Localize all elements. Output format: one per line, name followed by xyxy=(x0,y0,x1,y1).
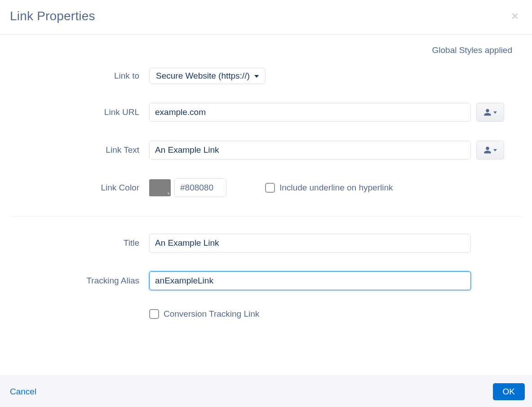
include-underline-label: Include underline on hyperlink xyxy=(279,183,393,193)
row-conversion-tracking: Conversion Tracking Link xyxy=(10,309,522,319)
row-link-color: Link Color Include underline on hyperlin… xyxy=(10,178,522,197)
link-to-value: Secure Website (https://) xyxy=(156,71,250,81)
dialog-footer: Cancel OK xyxy=(0,376,532,407)
row-link-to: Link to Secure Website (https://) xyxy=(10,68,522,84)
link-url-input[interactable] xyxy=(149,103,471,122)
section-divider xyxy=(10,216,522,217)
link-to-select[interactable]: Secure Website (https://) xyxy=(149,68,266,84)
chevron-down-icon xyxy=(493,111,497,114)
link-text-input[interactable] xyxy=(149,141,471,159)
dialog-header: Link Properties × xyxy=(0,0,532,35)
chevron-down-icon xyxy=(254,75,259,78)
label-link-to: Link to xyxy=(10,71,149,81)
ok-button[interactable]: OK xyxy=(493,383,525,400)
row-link-text: Link Text xyxy=(10,141,522,159)
label-title: Title xyxy=(10,238,149,248)
link-url-personalize-button[interactable] xyxy=(476,103,504,122)
row-title: Title xyxy=(10,234,522,252)
include-underline-checkbox[interactable]: Include underline on hyperlink xyxy=(265,183,393,193)
person-icon xyxy=(483,108,492,116)
link-text-personalize-button[interactable] xyxy=(476,141,504,159)
link-color-swatch[interactable] xyxy=(149,179,171,196)
dialog-title: Link Properties xyxy=(10,9,95,23)
conversion-tracking-label: Conversion Tracking Link xyxy=(164,309,259,319)
label-link-url: Link URL xyxy=(10,107,149,117)
dialog-body: Global Styles applied Link to Secure Web… xyxy=(0,35,532,376)
row-link-url: Link URL xyxy=(10,103,522,122)
global-styles-label: Global Styles applied xyxy=(10,45,522,55)
cancel-button[interactable]: Cancel xyxy=(7,384,39,399)
checkbox-icon xyxy=(265,183,275,193)
conversion-tracking-checkbox[interactable]: Conversion Tracking Link xyxy=(149,309,259,319)
close-icon[interactable]: × xyxy=(508,8,522,24)
link-properties-dialog: Link Properties × Global Styles applied … xyxy=(0,0,532,407)
title-input[interactable] xyxy=(149,234,471,252)
label-link-color: Link Color xyxy=(10,183,149,193)
row-tracking-alias: Tracking Alias xyxy=(10,271,522,290)
tracking-alias-input[interactable] xyxy=(149,271,471,290)
chevron-down-icon xyxy=(493,149,497,151)
label-tracking-alias: Tracking Alias xyxy=(10,276,149,286)
person-icon xyxy=(483,146,492,154)
label-link-text: Link Text xyxy=(10,145,149,155)
link-color-input[interactable] xyxy=(174,178,226,197)
checkbox-icon xyxy=(149,309,159,319)
